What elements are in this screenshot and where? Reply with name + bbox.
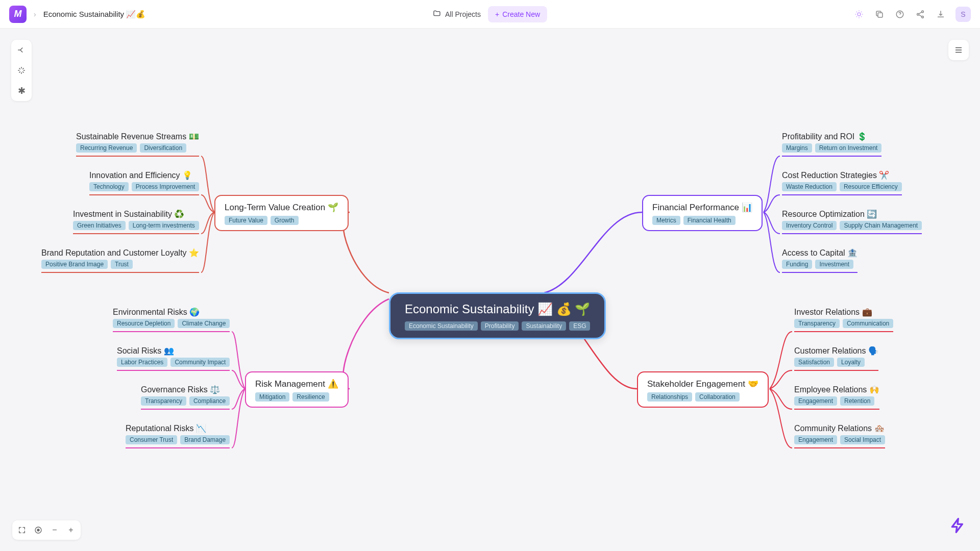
create-new-button[interactable]: + Create New [488, 6, 547, 22]
tag: Loyalty [837, 358, 865, 367]
leaf-tags: EngagementSocial Impact [794, 435, 885, 444]
leaf-community-relations[interactable]: Community Relations 🏘️EngagementSocial I… [794, 423, 885, 448]
leaf-tags: FundingInvestment [782, 260, 857, 269]
theme-icon[interactable] [853, 9, 865, 20]
leaf-tags: SatisfactionLoyalty [794, 358, 878, 367]
svg-point-5 [922, 16, 924, 18]
leaf-tags: TransparencyCommunication [794, 319, 893, 328]
tag: Retention [840, 396, 874, 406]
leaf-title: Access to Capital 🏦 [782, 248, 857, 258]
avatar[interactable]: S [955, 7, 971, 22]
copy-icon[interactable] [874, 9, 885, 20]
download-icon[interactable] [935, 9, 946, 20]
tag: Community Impact [170, 358, 230, 367]
app-logo[interactable]: M [9, 6, 27, 23]
svg-point-4 [917, 13, 919, 15]
locate-icon[interactable] [33, 524, 44, 536]
leaf-title: Governance Risks ⚖️ [141, 385, 230, 394]
svg-point-0 [857, 13, 861, 16]
leaf-brand-reputation[interactable]: Brand Reputation and Customer Loyalty ⭐P… [41, 248, 199, 273]
leaf-access-to-capital[interactable]: Access to Capital 🏦FundingInvestment [782, 248, 857, 273]
zoom-in-icon[interactable]: + [65, 524, 77, 536]
leaf-title: Social Risks 👥 [117, 346, 230, 356]
leaf-title: Community Relations 🏘️ [794, 423, 885, 433]
tag: ESG [569, 321, 590, 331]
branch-long-term-value[interactable]: Long-Term Value Creation 🌱 Future ValueG… [214, 195, 349, 231]
header: M › Economic Sustainability 📈💰 All Proje… [0, 0, 980, 29]
tag: Resilience [292, 392, 329, 402]
svg-point-3 [922, 10, 924, 12]
leaf-social-risks[interactable]: Social Risks 👥Labor PracticesCommunity I… [117, 346, 230, 371]
leaf-title: Cost Reduction Strategies ✂️ [782, 170, 902, 180]
leaf-title: Customer Relations 🗣️ [794, 346, 878, 356]
tag: Labor Practices [117, 358, 167, 367]
create-new-label: Create New [502, 10, 540, 18]
header-right: S [853, 7, 971, 22]
mindmap-canvas[interactable]: Economic Sustainability 📈 💰 🌱 Economic S… [0, 29, 980, 551]
leaf-tags: EngagementRetention [794, 396, 879, 406]
tag: Resource Efficiency [840, 182, 902, 191]
bolt-icon[interactable] [949, 517, 966, 538]
leaf-investor-relations[interactable]: Investor Relations 💼TransparencyCommunic… [794, 307, 893, 332]
leaf-innovation-efficiency[interactable]: Innovation and Efficiency 💡TechnologyPro… [89, 170, 199, 195]
tag: Growth [271, 216, 299, 225]
leaf-employee-relations[interactable]: Employee Relations 🙌EngagementRetention [794, 385, 879, 410]
tag: Communication [843, 319, 893, 328]
leaf-cost-reduction[interactable]: Cost Reduction Strategies ✂️Waste Reduct… [782, 170, 902, 195]
expand-icon[interactable] [16, 524, 28, 536]
tag: Transparency [794, 319, 840, 328]
folder-icon [433, 9, 441, 19]
branch-financial-performance[interactable]: Financial Performance 📊 MetricsFinancial… [642, 195, 763, 231]
tag: Process Improvement [132, 182, 200, 191]
leaf-environmental-risks[interactable]: Environmental Risks 🌍Resource DepletionC… [113, 307, 230, 332]
tag: Funding [782, 260, 812, 269]
branch-title: Stakeholder Engagement 🤝 [647, 379, 758, 389]
branch-title: Financial Performance 📊 [652, 202, 752, 213]
central-node[interactable]: Economic Sustainability 📈 💰 🌱 Economic S… [389, 292, 606, 339]
branch-stakeholder-engagement[interactable]: Stakeholder Engagement 🤝 RelationshipsCo… [637, 371, 769, 408]
plus-icon: + [495, 10, 499, 18]
connector-lines [0, 29, 980, 551]
leaf-tags: Inventory ControlSupply Chain Management [782, 221, 922, 230]
leaf-title: Employee Relations 🙌 [794, 385, 879, 394]
tag: Satisfaction [794, 358, 834, 367]
leaf-tags: Recurring RevenueDiversification [76, 143, 199, 153]
tag: Transparency [141, 396, 186, 406]
leaf-title: Resource Optimization 🔄 [782, 209, 922, 219]
leaf-tags: Positive Brand ImageTrust [41, 260, 199, 269]
leaf-tags: Labor PracticesCommunity Impact [117, 358, 230, 367]
tag: Recurring Revenue [76, 143, 137, 153]
all-projects-link[interactable]: All Projects [433, 9, 481, 19]
svg-point-6 [37, 529, 39, 531]
tag: Investment [815, 260, 853, 269]
tag: Economic Sustainability [405, 321, 478, 331]
branch-risk-management[interactable]: Risk Management ⚠️ MitigationResilience [245, 371, 349, 408]
leaf-tags: Resource DepletionClimate Change [113, 319, 230, 328]
leaf-customer-relations[interactable]: Customer Relations 🗣️SatisfactionLoyalty [794, 346, 878, 371]
share-icon[interactable] [915, 9, 926, 20]
tag: Green Initiatives [73, 221, 126, 230]
tag: Social Impact [840, 435, 885, 444]
tag: Brand Damage [180, 435, 230, 444]
tag: Profitability [481, 321, 519, 331]
tag: Supply Chain Management [840, 221, 922, 230]
tag: Engagement [794, 435, 837, 444]
tag: Return on Investment [815, 143, 882, 153]
tag: Compliance [189, 396, 230, 406]
project-title[interactable]: Economic Sustainability 📈💰 [43, 10, 146, 19]
leaf-governance-risks[interactable]: Governance Risks ⚖️TransparencyComplianc… [141, 385, 230, 410]
zoom-out-icon[interactable]: − [49, 524, 60, 536]
leaf-investment-sustainability[interactable]: Investment in Sustainability ♻️Green Ini… [73, 209, 199, 234]
tag: Diversification [140, 143, 186, 153]
leaf-tags: Green InitiativesLong-term investments [73, 221, 199, 230]
branch-tags: MetricsFinancial Health [652, 216, 752, 225]
help-icon[interactable] [894, 9, 905, 20]
leaf-tags: Waste ReductionResource Efficiency [782, 182, 902, 191]
leaf-reputational-risks[interactable]: Reputational Risks 📉Consumer TrustBrand … [126, 423, 230, 448]
leaf-profitability-roi[interactable]: Profitability and ROI 💲MarginsReturn on … [782, 132, 881, 157]
tag: Margins [782, 143, 812, 153]
tag: Metrics [652, 216, 680, 225]
leaf-sustainable-revenue[interactable]: Sustainable Revenue Streams 💵Recurring R… [76, 132, 199, 157]
tag: Engagement [794, 396, 837, 406]
leaf-resource-optimization[interactable]: Resource Optimization 🔄Inventory Control… [782, 209, 922, 234]
